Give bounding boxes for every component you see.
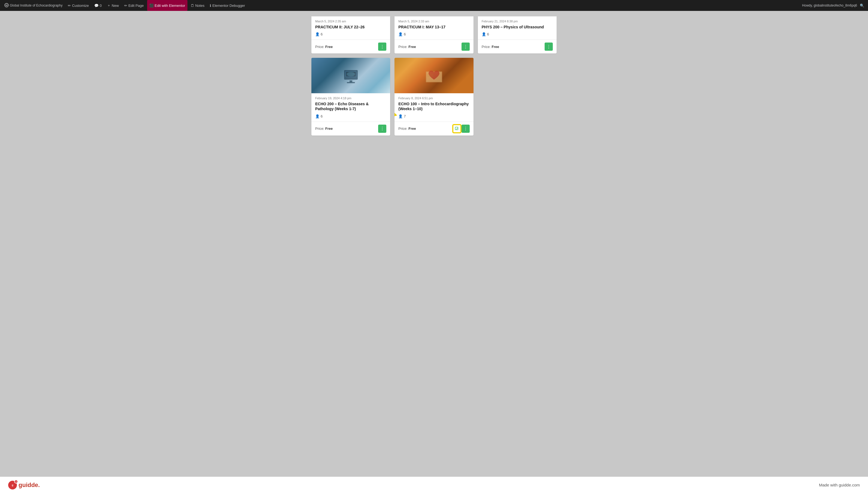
svg-rect-7 [347,82,355,83]
student-count: 6 [321,32,323,36]
admin-bar-right: Howdy, globalinstituteofecho_8m6pq6 🔍 [802,2,866,9]
card-date: March 5, 2024 2:33 am [398,20,470,23]
card-body-practicum1: March 5, 2024 2:33 am PRACTICUM I: MAY 1… [394,16,473,40]
top-row: March 5, 2024 2:35 am PRACTICUM II: JULY… [312,16,556,53]
card-meta: 👤 6 [482,32,553,36]
price-value: Free [408,127,416,131]
pencil-icon: ✏ [68,3,71,8]
card-image-echo200 [312,58,390,93]
card-title: PRACTICUM I: MAY 13–17 [398,24,470,29]
card-title: PRACTICUM II: JULY 22–26 [315,24,386,29]
elementor-debugger-item[interactable]: ℹ Elementor Debugger [208,0,247,11]
empty-column [478,58,556,135]
student-count: 6 [487,32,489,36]
footer: g 1 guidde. Made with guidde.com [0,477,868,493]
user-greeting: Howdy, globalinstituteofecho_8m6pq6 [802,3,857,7]
customize-label: Customize [72,3,89,8]
edit-card-button[interactable] [453,125,461,133]
price-value: Free [325,127,333,131]
notes-icon: 🗒 [191,3,194,8]
price-label: Price: Free [398,127,416,131]
guidde-text: guidde. [19,481,40,489]
card-image-echo100 [394,58,473,93]
student-count: 7 [404,114,406,119]
price-value: Free [408,45,416,49]
card-footer: Price: Free ⋮ [478,40,556,53]
edit-page-item[interactable]: ✏ Edit Page [122,0,146,11]
user-icon: 👤 [398,114,403,119]
main-content: March 5, 2024 2:35 am PRACTICUM II: JULY… [0,11,868,477]
comments-icon: 💬 [94,3,99,8]
price-label: Price: Free [398,45,416,49]
card-meta: 👤 7 [398,114,470,119]
user-icon: 👤 [398,32,403,36]
price-label: Price: Free [315,127,333,131]
ultrasound-image [312,58,390,93]
notification-badge: 1 [14,480,18,484]
heart-anatomy-image [394,58,473,93]
card-body-echo100: February 8, 2024 6:51 pm ECHO 100 – Intr… [394,93,473,121]
new-item[interactable]: ＋ New [105,0,121,11]
footer-right-text: Made with guidde.com [819,483,860,487]
price-value: Free [325,45,333,49]
plus-icon: ＋ [107,3,111,8]
comments-count: 0 [100,3,101,8]
notes-label: Notes [195,3,205,8]
card-body-phys200: February 21, 2024 8:38 pm PHYS 200 – Phy… [478,16,556,40]
elementor-debugger-label: Elementor Debugger [212,3,245,8]
card-footer: Price: Free ⋮ [394,40,473,53]
edit-page-label: Edit Page [128,3,143,8]
card-date: March 5, 2024 2:35 am [315,20,386,23]
user-icon: 👤 [315,114,320,119]
student-count: 6 [321,114,323,119]
svg-rect-13 [455,127,458,130]
card-body-echo200: February 19, 2024 4:18 pm ECHO 200 – Ech… [312,93,390,121]
card-title: PHYS 200 – Physics of Ultrasound [482,24,553,29]
card-menu-button[interactable]: ⋮ [378,43,386,51]
debugger-icon: ℹ [210,3,211,8]
comments-item[interactable]: 💬 0 [92,0,104,11]
customize-item[interactable]: ✏ Customize [66,0,91,11]
price-label: Price: Free [482,45,499,49]
card-echo200: February 19, 2024 4:18 pm ECHO 200 – Ech… [312,58,390,135]
cards-container: March 5, 2024 2:35 am PRACTICUM II: JULY… [312,16,556,135]
card-menu-button[interactable]: ⋮ [378,125,386,133]
guidde-icon: g 1 [8,481,17,490]
card-title: ECHO 200 – Echo Diseases & Pathology (We… [315,102,386,111]
edit-elementor-item[interactable]: ⬛ Edit with Elementor [147,0,187,11]
bottom-row: February 19, 2024 4:18 pm ECHO 200 – Ech… [312,58,556,135]
card-date: February 8, 2024 6:51 pm [398,97,470,100]
card-meta: 👤 6 [398,32,470,36]
price-value: Free [492,45,499,49]
card-title: ECHO 100 – Intro to Echocardiography (We… [398,102,470,111]
card-practicum2: March 5, 2024 2:35 am PRACTICUM II: JULY… [312,16,390,53]
guidde-logo: g 1 guidde. [8,481,40,490]
svg-text:W: W [5,4,8,6]
price-label: Price: Free [315,45,333,49]
card-footer: Price: Free ⋮ [312,40,390,53]
card-menu-button[interactable]: ⋮ [545,43,553,51]
card-menu-button-echo100[interactable]: ⋮ [461,125,470,133]
card-meta: 👤 6 [315,114,386,119]
new-label: New [112,3,119,8]
card-practicum1: March 5, 2024 2:33 am PRACTICUM I: MAY 1… [394,16,473,53]
card-menu-button[interactable]: ⋮ [461,43,470,51]
wordpress-icon: W [4,3,9,8]
wp-logo-item[interactable]: W Global Institute of Echocardiography [2,0,65,11]
card-meta: 👤 6 [315,32,386,36]
user-icon: 👤 [315,32,320,36]
site-name-label: Global Institute of Echocardiography [10,3,62,7]
edit-page-icon: ✏ [124,3,127,8]
search-icon[interactable]: 🔍 [858,2,866,9]
card-date: February 19, 2024 4:18 pm [315,97,386,100]
notes-item[interactable]: 🗒 Notes [188,0,207,11]
card-body-practicum2: March 5, 2024 2:35 am PRACTICUM II: JULY… [312,16,390,40]
elementor-icon: ⬛ [149,3,154,8]
svg-point-5 [347,72,355,76]
user-icon: 👤 [482,32,486,36]
card-phys200: February 21, 2024 8:38 pm PHYS 200 – Phy… [478,16,556,53]
student-count: 6 [404,32,406,36]
admin-bar: W Global Institute of Echocardiography ✏… [0,0,868,11]
card-date: February 21, 2024 8:38 pm [482,20,553,23]
card-echo100: February 8, 2024 6:51 pm ECHO 100 – Intr… [394,58,473,135]
